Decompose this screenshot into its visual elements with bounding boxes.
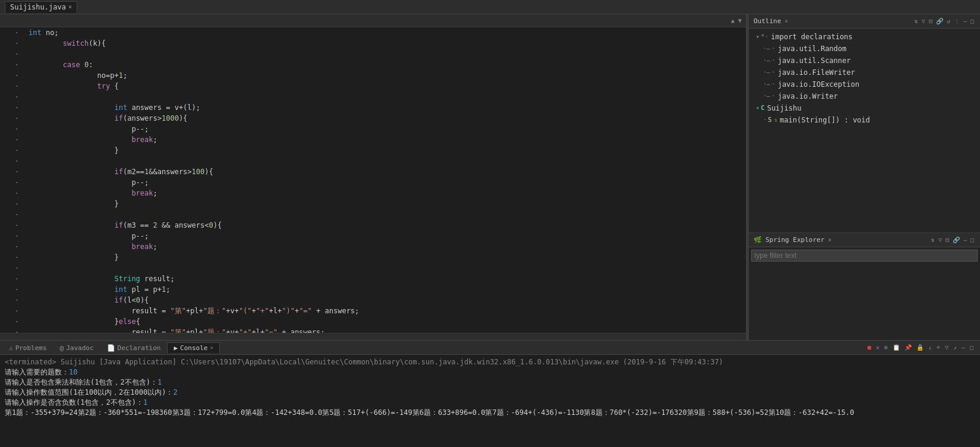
outline-import-random[interactable]: ·— · java.util.Random	[749, 43, 980, 55]
editor-horizontal-scrollbar[interactable]	[0, 333, 746, 340]
import-group-icon: *·	[761, 32, 768, 42]
tab-declaration[interactable]: 📄 Declaration	[100, 342, 168, 353]
problems-label: Problems	[15, 344, 47, 352]
console-value-2: 1	[157, 378, 162, 386]
outline-method-main[interactable]: · S s main(String[]) : void	[749, 114, 980, 126]
tab-close-button[interactable]: ×	[68, 4, 72, 10]
import-icon: ·	[771, 43, 776, 54]
console-value-3: 2	[173, 388, 177, 396]
import-random-label: java.util.Random	[778, 43, 847, 54]
outline-sync-icon[interactable]: ↺	[946, 17, 951, 25]
outline-panel: Outline × ⇅ ▽ ⊟ 🔗 ↺ ⋮ — □ ▾ *·	[749, 14, 980, 233]
console-line-1: 请输入需要的题数：10	[5, 367, 975, 377]
bottom-panel: ⚠ Problems @ Javadoc 📄 Declaration ▶ Con…	[0, 340, 980, 447]
import-arrow2: ·—	[763, 55, 770, 66]
tab-javadoc[interactable]: @ Javadoc	[53, 342, 100, 353]
outline-menu-icon[interactable]: ⋮	[953, 17, 961, 25]
outline-min-icon[interactable]: —	[962, 17, 968, 25]
spring-filter-input[interactable]	[751, 250, 978, 262]
spring-max-icon[interactable]: □	[969, 236, 975, 244]
console-scroll-lock-icon[interactable]: 🔒	[915, 344, 925, 351]
collapse-icon[interactable]: ▲	[729, 17, 736, 24]
editor-tab-suijishu[interactable]: Suijishu.java ×	[5, 1, 77, 13]
spring-filter-icon[interactable]: ▽	[937, 236, 943, 244]
bottom-tab-bar: ⚠ Problems @ Javadoc 📄 Declaration ▶ Con…	[0, 341, 980, 355]
outline-sort-icon[interactable]: ⇅	[913, 17, 919, 25]
outline-max-icon[interactable]: □	[969, 17, 975, 25]
tab-console[interactable]: ▶ Console ×	[167, 342, 219, 353]
outline-title: Outline	[754, 17, 781, 25]
expand-arrow: ▾	[756, 32, 760, 42]
console-min-icon[interactable]: —	[960, 344, 967, 351]
class-label: Suijishu	[767, 103, 802, 114]
editor-panel: ▲ ▼ · · · · · · · · · · · · · · · · ·	[0, 14, 746, 340]
spring-explorer-content	[749, 247, 980, 340]
console-terminate-icon[interactable]: ■	[866, 344, 873, 351]
spring-explorer-panel: 🌿 Spring Explorer × ⇅ ▽ ⊟ 🔗 — □	[749, 233, 980, 340]
import-writer-label: java.io.Writer	[778, 91, 838, 102]
console-open-icon[interactable]: ↗	[951, 344, 959, 351]
tab-problems[interactable]: ⚠ Problems	[2, 342, 53, 353]
javadoc-label: Javadoc	[66, 344, 93, 352]
console-line-5: 第1题：-355+379=24第2题：-360*551=-198360第3题：1…	[5, 408, 975, 418]
import-icon2: ·	[771, 55, 776, 66]
editor-tab-bar: Suijishu.java ×	[0, 0, 980, 14]
code-area[interactable]: int no; switch(k){ case 0: no=p+1; try {…	[24, 27, 746, 333]
console-close-button[interactable]: ×	[210, 345, 213, 351]
console-label: Console	[180, 344, 207, 352]
console-line-2: 请输入是否包含乘法和除法(1包含，2不包含)：1	[5, 377, 975, 388]
import-arrow: ·—	[763, 43, 770, 54]
console-icon: ▶	[174, 344, 178, 352]
spring-leaf-icon: 🌿	[754, 236, 762, 244]
import-icon5: ·	[771, 91, 776, 102]
spring-header-left: 🌿 Spring Explorer ×	[754, 236, 831, 244]
outline-import-filewriter[interactable]: ·— · java.io.FileWriter	[749, 67, 980, 78]
import-arrow4: ·—	[763, 79, 770, 90]
outline-import-ioexception[interactable]: ·— · java.io.IOException	[749, 78, 980, 90]
outline-import-group[interactable]: ▾ *· import declarations	[749, 31, 980, 43]
outline-import-scanner[interactable]: ·— · java.util.Scanner	[749, 55, 980, 67]
console-new-icon[interactable]: +	[935, 344, 942, 351]
console-remove-icon[interactable]: ✕	[874, 344, 881, 351]
console-pin-icon[interactable]: 📌	[903, 344, 913, 351]
javadoc-icon: @	[60, 344, 64, 352]
outline-import-writer[interactable]: ·— · java.io.Writer	[749, 90, 980, 102]
tab-label: Suijishu.java	[10, 3, 66, 11]
class-icon: C	[761, 103, 765, 114]
declaration-label: Declaration	[118, 344, 161, 352]
console-content: <terminated> Suijishu [Java Application]…	[0, 355, 980, 447]
method-arrow: ·	[763, 115, 767, 125]
import-group-label: import declarations	[771, 32, 852, 42]
console-max-icon[interactable]: □	[968, 344, 975, 351]
console-copy-icon[interactable]: 📋	[891, 344, 902, 351]
console-display-icon[interactable]: ▽	[943, 344, 950, 351]
import-icon4: ·	[771, 79, 776, 90]
outline-filter-icon[interactable]: ▽	[921, 17, 927, 25]
spring-min-icon[interactable]: —	[962, 236, 968, 244]
method-visibility-icon: s	[774, 115, 777, 125]
import-scanner-label: java.util.Scanner	[778, 55, 851, 66]
spring-close-icon[interactable]: ×	[828, 237, 831, 243]
spring-link-icon[interactable]: 🔗	[951, 236, 961, 244]
import-ioexception-label: java.io.IOException	[778, 79, 859, 90]
console-toolbar-right: ■ ✕ ⊗ 📋 📌 🔒 ↓ + ▽ ↗ — □	[866, 344, 978, 351]
outline-collapse-icon[interactable]: ⊟	[928, 17, 934, 25]
editor-content[interactable]: · · · · · · · · · · · · · · · · · · · ·	[0, 27, 746, 333]
spring-sort-icon[interactable]: ⇅	[930, 236, 936, 244]
outline-header: Outline × ⇅ ▽ ⊟ 🔗 ↺ ⋮ — □	[749, 14, 980, 29]
console-value-1: 10	[69, 368, 77, 376]
import-icon3: ·	[771, 67, 776, 78]
spring-explorer-title: Spring Explorer	[765, 236, 824, 244]
console-remove-all-icon[interactable]: ⊗	[883, 344, 890, 351]
outline-link-icon[interactable]: 🔗	[935, 17, 944, 25]
outline-content: ▾ *· import declarations ·— · java.util.…	[749, 29, 980, 232]
line-numbers: · · · · · · · · · · · · · · · · · · · ·	[0, 27, 24, 333]
outline-class[interactable]: ▾ C Suijishu	[749, 102, 980, 114]
class-arrow: ▾	[756, 103, 760, 114]
console-scroll-end-icon[interactable]: ↓	[927, 344, 934, 351]
console-terminated-line: <terminated> Suijishu [Java Application]…	[5, 357, 975, 367]
outline-close-icon[interactable]: ×	[784, 18, 788, 24]
spring-collapse-icon[interactable]: ⊟	[944, 236, 950, 244]
outline-header-left: Outline ×	[754, 17, 788, 25]
expand-icon[interactable]: ▼	[736, 17, 743, 24]
